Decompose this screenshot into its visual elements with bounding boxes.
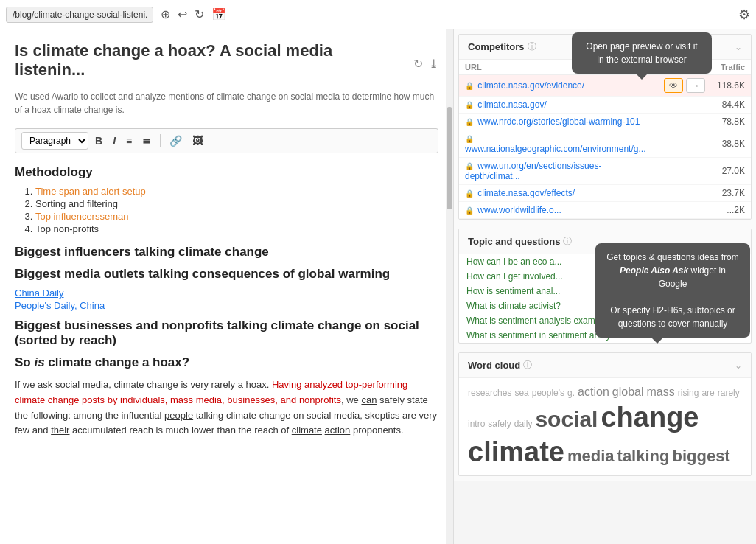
italic-button[interactable]: I [109,133,119,148]
comp-url[interactable]: www.worldwildlife.o... [477,205,561,215]
lock-icon: 🔒 [465,135,474,143]
word-cloud-item: social [535,407,598,432]
refresh-icon[interactable]: ↻ [195,7,204,21]
comp-url-cell: 🔒 www.nrdc.org/stories/global-warming-10… [459,114,658,130]
comp-url[interactable]: climate.nasa.gov/effects/ [477,188,575,198]
comp-url[interactable]: www.nationalgeographic.com/environment/g… [465,144,645,154]
word-cloud-item: people's [532,388,564,398]
comp-url[interactable]: climate.nasa.gov/ [477,100,546,110]
top-bar: ⊕ ↩ ↻ 📅 ⚙ [0,0,756,29]
comp-traffic-cell: 78.8K [711,114,751,130]
table-row: 🔒 climate.nasa.gov/ 84.4K [459,97,751,114]
paragraph-select[interactable]: Paragraph [21,132,88,150]
list-item: Top influencersseman [35,211,438,222]
table-row: 🔒 www.worldwildlife.o... ...2K [459,202,751,219]
page-subtitle: We used Awario to collect and analyze me… [15,90,438,116]
back-icon[interactable]: ↩ [178,7,187,21]
comp-traffic-cell: ...2K [711,202,751,219]
wordcloud-info-icon[interactable]: ⓘ [523,359,532,372]
image-button[interactable]: 🖼 [189,133,206,148]
comp-actions-cell [658,185,711,202]
comp-url[interactable]: www.un.org/en/sections/issues-depth/clim… [465,161,601,181]
lock-icon: 🔒 [465,118,474,126]
competitors-title: Competitors [468,41,525,52]
calendar-icon[interactable]: 📅 [211,7,226,21]
comp-actions-cell [658,97,711,114]
unordered-list-button[interactable]: ≣ [139,133,155,148]
share-button[interactable]: → [686,78,705,93]
lock-icon: 🔒 [465,189,474,198]
word-cloud-item: change [601,402,699,433]
lock-icon: 🔒 [465,162,474,170]
word-cloud-item: global [612,386,644,399]
word-cloud-area: researchesseapeople'sg.actionglobalmassr… [459,378,751,475]
comp-traffic-cell: 38.8K [711,130,751,158]
comp-traffic-cell: 84.4K [711,97,751,114]
editor-toolbar: Paragraph B I ≡ ≣ 🔗 🖼 [15,128,438,153]
comp-url-cell: 🔒 www.worldwildlife.o... [459,202,658,219]
comp-actions-cell [658,114,711,130]
comp-actions-cell [658,158,711,185]
table-row: 🔒 www.nrdc.org/stories/global-warming-10… [459,114,751,130]
gear-icon[interactable]: ⚙ [738,7,750,23]
word-cloud-item: talking [617,447,670,466]
ordered-list-button[interactable]: ≡ [122,133,136,148]
word-cloud-item: mass [646,386,674,399]
china-daily-link[interactable]: China Daily [15,287,438,299]
url-input[interactable] [6,7,153,23]
heading-is-hoax: So is climate change a hoax? [15,355,438,370]
word-cloud-item: safely [488,419,511,429]
col-traffic-header: Traffic [711,60,751,75]
right-wrapper: Competitors ⓘ ⌄ URL Traffic 🔒 [454,29,756,544]
table-row: 🔒 climate.nasa.gov/effects/ 23.7K [459,185,751,202]
comp-traffic-cell: 23.7K [711,185,751,202]
comp-url-cell: 🔒 climate.nasa.gov/evidence/ [459,75,658,97]
table-row: 🔒 www.nationalgeographic.com/environment… [459,130,751,158]
scrollbar-thumb[interactable] [447,107,452,210]
heading-media-outlets: Biggest media outlets talking consequenc… [15,267,438,282]
wordcloud-section: Word cloud ⓘ ⌄ researchesseapeople'sg.ac… [458,352,752,476]
word-cloud-item: action [578,386,609,399]
comp-url[interactable]: www.nrdc.org/stories/global-warming-101 [477,116,640,127]
wordcloud-title: Word cloud [468,360,520,371]
comp-actions-cell [658,130,711,158]
main-layout: Is climate change a hoax? A social media… [0,29,756,544]
topics-info-icon[interactable]: ⓘ [563,235,572,248]
conclusion-paragraph: If we ask social media, climate change i… [15,377,438,439]
peoples-daily-link[interactable]: People's Daily, China [15,300,438,311]
word-cloud-item: rising [678,388,699,398]
comp-actions-cell [658,202,711,219]
comp-url-cell: 🔒 www.nationalgeographic.com/environment… [459,130,658,158]
heading-businesses: Biggest businesses and nonprofits talkin… [15,318,438,348]
competitors-info-icon[interactable]: ⓘ [528,41,536,53]
competitors-table: URL Traffic 🔒 climate.nasa.gov/evidence/… [459,60,751,219]
add-icon[interactable]: ⊕ [161,7,170,21]
word-cloud-item: sea [514,388,528,398]
methodology-list: Time span and alert setup Sorting and fi… [35,186,438,234]
word-cloud-item: are [701,388,714,398]
table-row: 🔒 www.un.org/en/sections/issues-depth/cl… [459,158,751,185]
comp-url-cell: 🔒 www.un.org/en/sections/issues-depth/cl… [459,158,658,185]
lock-icon: 🔒 [465,206,474,215]
word-cloud-item: intro [468,419,485,429]
heading-influencers: Biggest influencers talking climate chan… [15,245,438,259]
page-title: Is climate change a hoax? A social media… [15,41,406,80]
toolbar-divider [160,134,161,147]
comp-url[interactable]: climate.nasa.gov/evidence/ [477,80,584,91]
bold-button[interactable]: B [91,133,106,148]
competitors-chevron-icon[interactable]: ⌄ [735,42,742,52]
word-cloud-item: climate [468,436,564,468]
editor-panel: Is climate change a hoax? A social media… [0,29,454,544]
scrollbar-track[interactable] [446,29,453,544]
heading-methodology: Methodology [15,165,438,180]
eye-button[interactable]: 👁 [664,78,683,93]
reload-icon[interactable]: ↻ [413,57,423,71]
word-cloud-item: daily [514,419,533,429]
word-cloud-item: biggest [672,447,729,466]
link-button[interactable]: 🔗 [166,133,186,148]
wordcloud-chevron-icon[interactable]: ⌄ [735,360,742,371]
list-item: Sorting and filtering [35,198,438,209]
wordcloud-header: Word cloud ⓘ ⌄ [459,353,751,378]
download-icon[interactable]: ⤓ [429,57,438,71]
comp-actions-cell: 👁→ [658,75,711,97]
